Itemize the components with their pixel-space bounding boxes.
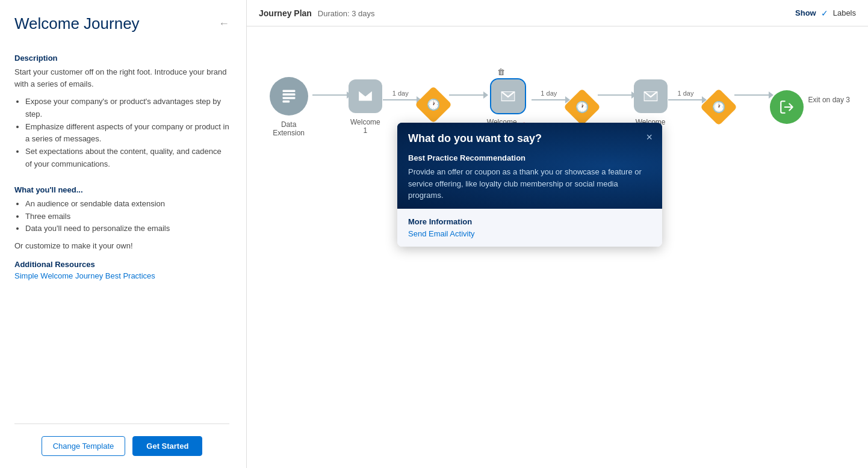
svg-rect-3: [282, 100, 290, 103]
connector-line-5: [598, 94, 633, 96]
connector-line-3: [449, 94, 484, 96]
description-label: Description: [14, 54, 229, 63]
popup-header: What do you want to say? × Best Practice…: [397, 123, 662, 209]
connector-line-4: [532, 99, 566, 100]
back-arrow-icon[interactable]: ←: [219, 17, 229, 30]
left-panel: Welcome Journey ← Description Start your…: [0, 0, 247, 468]
welcome-3-icon[interactable]: [634, 79, 668, 113]
connector-4: 1 day: [532, 90, 566, 100]
connector-line-6: [668, 99, 703, 100]
wait-2-diamond-wrapper[interactable]: 🕐: [566, 91, 598, 123]
node-exit[interactable]: [770, 76, 804, 124]
node-wait-2[interactable]: 🕐: [566, 77, 598, 123]
popup-more-info-label: More Information: [408, 217, 651, 226]
connector-3: [449, 94, 484, 96]
check-icon: ✓: [821, 8, 828, 18]
wait-2-label-top: 1 day: [541, 90, 557, 97]
bullet-2: Emphasize different aspects of your comp…: [25, 121, 229, 146]
description-text: Start your customer off on the right foo…: [14, 66, 229, 90]
svg-rect-0: [282, 90, 295, 93]
popup-close-button[interactable]: ×: [646, 131, 653, 144]
footer-buttons: Change Template Get Started: [14, 423, 229, 456]
bullet-3: Set expectations about the content, qual…: [25, 146, 229, 171]
wait-2-clock-icon: 🕐: [575, 100, 589, 114]
popup-footer: More Information Send Email Activity: [397, 209, 662, 247]
node-wait-1[interactable]: 🕐: [418, 75, 449, 125]
popup-recommendation-label: Best Practice Recommendation: [408, 153, 651, 162]
node-data-ext-label: Data Extension: [265, 120, 312, 137]
page-title: Welcome Journey: [14, 14, 140, 33]
connector-line-7: [734, 94, 769, 96]
wait-2-diamond[interactable]: 🕐: [563, 88, 601, 126]
wait-3-clock-icon: 🕐: [712, 100, 725, 114]
change-template-button[interactable]: Change Template: [42, 436, 126, 456]
wait-1-clock-icon: 🕐: [427, 98, 440, 111]
node-data-extension[interactable]: Data Extension: [265, 63, 312, 137]
description-bullets: Expose your company's or product's advan…: [14, 96, 229, 171]
journey-title-area: Journey Plan Duration: 3 days: [259, 8, 374, 18]
right-panel: Journey Plan Duration: 3 days Show ✓ Lab…: [247, 0, 868, 468]
connector-line-2: [383, 99, 418, 100]
welcome-2-icon[interactable]: 🗑: [491, 79, 525, 113]
svg-rect-1: [282, 93, 295, 96]
best-practices-link[interactable]: Simple Welcome Journey Best Practices: [14, 271, 229, 280]
additional-resources-label: Additional Resources: [14, 260, 229, 269]
wait-1-diamond[interactable]: 🕐: [415, 86, 452, 123]
delete-welcome-2-icon[interactable]: 🗑: [497, 67, 519, 76]
bullet-1: Expose your company's or product's advan…: [25, 96, 229, 121]
node-w1-label: Welcome 1: [348, 118, 383, 135]
wait-3-diamond[interactable]: 🕐: [700, 88, 737, 126]
popup-overlay: What do you want to say? × Best Practice…: [397, 123, 662, 247]
popup-recommendation-text: Provide an offer or coupon as a thank yo…: [408, 166, 651, 202]
needs-bullets: An audience or sendable data extension T…: [14, 198, 229, 235]
popup-link[interactable]: Send Email Activity: [408, 229, 475, 238]
get-started-button[interactable]: Get Started: [132, 436, 202, 456]
exit-icon[interactable]: [770, 90, 804, 124]
welcome-1-icon[interactable]: [349, 79, 382, 113]
node-welcome-1[interactable]: Welcome 1: [348, 65, 383, 135]
connector-5: [598, 94, 633, 96]
wait-3-label-top: 1 day: [677, 90, 693, 97]
needs-bullet-1: An audience or sendable data extension: [25, 198, 229, 211]
connector-1: [312, 94, 347, 96]
wait-3-diamond-wrapper[interactable]: 🕐: [703, 91, 734, 123]
exit-label: Exit on day 3: [808, 96, 850, 104]
exit-wrapper: Exit on day 3: [770, 76, 850, 124]
connector-line-1: [312, 94, 347, 96]
wait-1-diamond-wrapper[interactable]: 🕐: [418, 89, 449, 120]
node-wait-3[interactable]: 🕐: [703, 77, 734, 123]
connector-6: 1 day: [668, 90, 703, 100]
popup-title: What do you want to say?: [408, 132, 651, 145]
show-label: Show: [795, 8, 816, 17]
needs-bullet-2: Three emails: [25, 211, 229, 223]
journey-duration: Duration: 3 days: [318, 9, 375, 18]
popup-card: What do you want to say? × Best Practice…: [397, 123, 662, 247]
journey-plan-label: Journey Plan: [259, 8, 312, 18]
connector-2: 1 day: [383, 90, 418, 100]
connector-7: [734, 94, 769, 96]
needs-label: What you'll need...: [14, 185, 229, 194]
needs-bullet-3: Data you'll need to personalize the emai…: [25, 223, 229, 235]
customize-text: Or customize to make it your own!: [14, 241, 229, 250]
show-labels-area: Show ✓ Labels: [795, 8, 856, 18]
page-title-area: Welcome Journey ←: [14, 14, 229, 33]
journey-header: Journey Plan Duration: 3 days Show ✓ Lab…: [247, 0, 868, 26]
labels-label: Labels: [833, 8, 856, 17]
svg-rect-2: [282, 97, 295, 99]
wait-1-label-top: 1 day: [392, 90, 409, 97]
data-extension-icon[interactable]: [270, 77, 308, 115]
journey-canvas: Data Extension Welcome 1: [247, 26, 868, 468]
